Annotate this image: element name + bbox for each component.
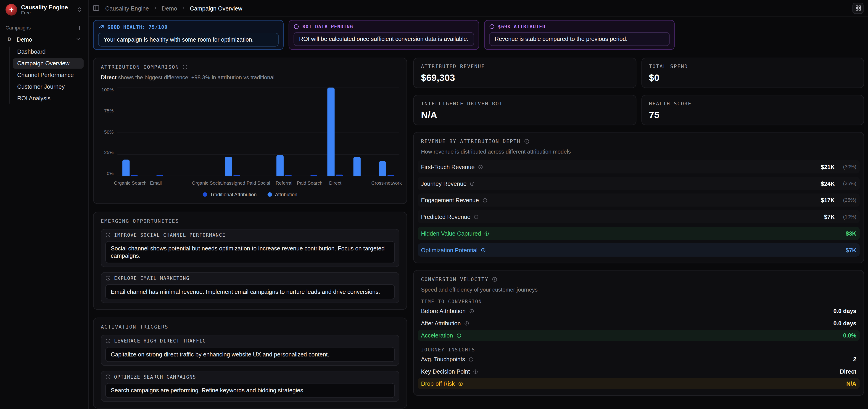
info-icon[interactable] — [464, 321, 469, 326]
revenue-row-label-text: Journey Revenue — [421, 180, 467, 187]
attributed-alert-card: $69K ATTRIBUTED Revenue is stable compar… — [484, 20, 675, 50]
bar-group — [374, 88, 399, 176]
opportunity-body: Email channel has minimal revenue. Imple… — [105, 284, 395, 299]
traditional-bar — [234, 175, 241, 176]
velocity-row-before-attribution: Before Attribution 0.0 days — [421, 305, 856, 317]
info-icon[interactable] — [492, 276, 497, 282]
stage: Causality Engine Free Campaigns D Demo D… — [0, 0, 868, 409]
breadcrumb-causality-engine[interactable]: Causality Engine — [105, 5, 149, 11]
add-campaign-icon[interactable] — [76, 25, 83, 31]
revenue-row-predicted: Predicted Revenue $7K (10%) — [418, 210, 860, 223]
alert-head: GOOD HEALTH: 75/100 — [98, 24, 279, 30]
info-icon[interactable] — [478, 164, 483, 169]
clock-icon — [105, 232, 111, 238]
info-icon[interactable] — [474, 214, 479, 219]
campaigns-section-label: Campaigns — [5, 25, 31, 31]
conversion-velocity-card: CONVERSION VELOCITY Speed and efficiency… — [413, 270, 864, 396]
sidebar-item-dashboard[interactable]: Dashboard — [13, 47, 84, 57]
info-icon[interactable] — [484, 231, 489, 236]
bar-group — [220, 88, 246, 176]
legend-label: Attribution — [275, 192, 297, 197]
x-label-slot: Direct — [322, 180, 348, 185]
traditional-bar — [310, 175, 317, 176]
alert-title: GOOD HEALTH: 75/100 — [107, 24, 168, 30]
sidebar-item-roi-analysis[interactable]: ROI Analysis — [13, 93, 84, 104]
chevron-down-icon[interactable] — [75, 36, 82, 42]
x-label: Organic Search — [114, 180, 147, 185]
x-label-slot — [348, 180, 374, 185]
metric-label: HEALTH SCORE — [649, 101, 856, 106]
info-icon[interactable] — [470, 181, 475, 186]
sidebar-nav: Dashboard Campaign Overview Channel Perf… — [9, 47, 84, 104]
sidebar-item-channel-performance[interactable]: Channel Performance — [13, 70, 84, 80]
attribution-bar — [379, 161, 386, 176]
attribution-bar — [276, 155, 284, 176]
velocity-row-label-text: Drop-off Risk — [421, 380, 455, 387]
velocity-row-value: 0.0 days — [833, 320, 856, 326]
legend-entry: Attribution — [268, 192, 297, 197]
revenue-row-label-text: Predicted Revenue — [421, 213, 470, 220]
card-subtitle: Speed and efficiency of your customer jo… — [421, 287, 856, 293]
alert-title: $69K ATTRIBUTED — [498, 24, 546, 29]
x-label-slot: Paid Search — [297, 180, 322, 185]
info-icon[interactable] — [524, 139, 529, 144]
x-label: Paid Search — [297, 180, 322, 185]
emerging-opportunities-card: EMERGING OPPORTUNITIES IMPROVE SOCIAL CH… — [93, 212, 407, 310]
metric-value: 75 — [649, 110, 856, 121]
bar-group — [117, 88, 143, 176]
sidebar-item-customer-journey[interactable]: Customer Journey — [13, 81, 84, 92]
x-label: Direct — [329, 180, 341, 185]
metric-grid: ATTRIBUTED REVENUE $69,303 TOTAL SPEND $… — [413, 58, 864, 125]
x-label-slot: Unassigned — [220, 180, 246, 185]
revenue-row-label: Optimization Potential — [421, 246, 486, 253]
metric-value: $0 — [649, 72, 856, 84]
clock-icon — [105, 374, 111, 380]
velocity-row-label: Key Decision Point — [421, 368, 478, 375]
x-label-slot: Organic Social — [194, 180, 220, 185]
x-label: Referral — [276, 180, 292, 185]
velocity-row-label: After Attribution — [421, 320, 469, 326]
velocity-row-label-text: Before Attribution — [421, 308, 465, 314]
info-icon[interactable] — [481, 247, 486, 253]
alert-body: Your campaign is healthy with some room … — [98, 33, 279, 47]
traditional-bar — [387, 175, 394, 176]
revenue-row-optimization: Optimization Potential $7K — [418, 243, 860, 257]
metric-label: INTELLIGENCE-DRIVEN ROI — [421, 101, 628, 106]
chart-subtitle-rest: shows the biggest difference: +98.3% in … — [117, 74, 275, 81]
metric-label: TOTAL SPEND — [649, 64, 856, 69]
revenue-row-label: Hidden Value Captured — [421, 230, 489, 237]
sidebar-toggle-icon[interactable] — [92, 4, 100, 12]
legend-dot-icon — [203, 193, 207, 197]
grid-icon — [855, 5, 861, 11]
info-icon[interactable] — [182, 64, 188, 70]
revenue-row-value: $17K — [821, 197, 835, 203]
card-title: REVENUE BY ATTRIBUTION DEPTH — [421, 139, 521, 144]
revenue-row-pct: (10%) — [838, 214, 856, 220]
info-icon[interactable] — [458, 381, 463, 386]
info-icon[interactable] — [456, 333, 461, 338]
info-icon[interactable] — [468, 357, 473, 362]
x-label: Organic Social — [192, 180, 222, 185]
info-icon[interactable] — [473, 369, 478, 374]
workspace-switcher[interactable]: Causality Engine Free — [4, 3, 84, 20]
velocity-row-label-text: After Attribution — [421, 320, 461, 326]
card-title-row: ACTIVATION TRIGGERS — [101, 324, 399, 330]
chart-x-labels-row: Organic SearchEmailOrganic SocialUnassig… — [101, 180, 399, 185]
sidebar-item-campaign-overview[interactable]: Campaign Overview — [13, 58, 84, 68]
x-label: Unassigned — [220, 180, 245, 185]
traditional-bar — [336, 175, 343, 176]
apps-grid-button[interactable] — [852, 2, 864, 14]
card-title-row: ATTRIBUTION COMPARISON — [101, 64, 399, 70]
velocity-row-avg-touchpoints: Avg. Touchpoints 2 — [421, 354, 856, 365]
velocity-row-label: Before Attribution — [421, 308, 474, 314]
revenue-row-label: Engagement Revenue — [421, 197, 487, 203]
breadcrumb-demo[interactable]: Demo — [162, 5, 177, 11]
sidebar-group-demo[interactable]: D Demo — [4, 34, 84, 45]
velocity-row-label: Drop-off Risk — [421, 380, 463, 387]
info-icon[interactable] — [482, 198, 487, 203]
brand-logo-icon — [5, 4, 17, 16]
velocity-row-after-attribution: After Attribution 0.0 days — [421, 318, 856, 329]
card-subtitle: How revenue is distributed across differ… — [421, 148, 856, 155]
chevrons-up-down-icon[interactable] — [76, 7, 83, 13]
info-icon[interactable] — [469, 309, 474, 314]
